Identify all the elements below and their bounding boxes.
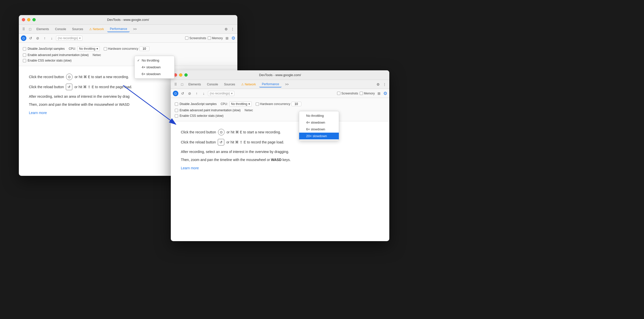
upload-btn-front[interactable]: ↑ [194,91,199,96]
reload-text-back: Click the reload button [29,84,64,90]
dropdown-arrow-back: ▾ [79,36,81,40]
desc2-front: Then, zoom and pan the timeline with the… [181,157,379,163]
more-icon-back[interactable]: ⋮ [230,26,235,32]
memory-icon-front[interactable]: ⊞ [376,91,382,96]
download-btn-back[interactable]: ↓ [49,35,55,41]
tab-performance-front[interactable]: Performance [259,81,282,87]
gear-icon-back[interactable]: ⚙ [231,35,235,41]
memory-label-back: Memory [212,36,223,40]
cpu-dropdown-back[interactable]: No throttling ▾ [77,46,100,51]
learn-more-front[interactable]: Learn more [181,166,199,170]
hw-input-front[interactable] [291,102,301,106]
clear-btn-back[interactable]: ⊘ [35,35,40,41]
record-shortcut-front: or hit ⌘ E to start a new recording. [227,129,281,135]
maximize-button-back[interactable] [32,18,36,21]
throttle-none-front[interactable]: No throttling [299,112,339,119]
cpu-dropdown-arrow-front: ▾ [248,102,250,106]
dropdown-arrow-front: ▾ [231,92,233,95]
settings-row2-front: Enable advanced paint instrumentation (s… [175,108,385,113]
hw-input-back[interactable] [139,46,149,51]
clear-btn-front[interactable]: ⊘ [187,91,192,96]
tab-icon-selector-front[interactable]: ⠿ [173,82,178,87]
toolbar-back: ⊙ ↺ ⊘ ↑ ↓ (no recordings) ▾ Screenshots … [19,34,237,43]
settings-row1-front: Disable JavaScript samples CPU: No throt… [175,100,385,108]
screenshots-toggle-back: Screenshots [185,36,206,40]
tab-icon-device-front[interactable]: □ [179,82,185,87]
screenshots-checkbox-front[interactable] [337,92,340,95]
tab-console-front[interactable]: Console [204,82,221,87]
toolbar-front: ⊙ ↺ ⊘ ↑ ↓ (no recordings) ▾ Screenshots … [171,89,389,98]
tab-console-back[interactable]: Console [52,26,69,32]
disable-js-cb-front[interactable] [175,102,178,106]
memory-checkbox-back[interactable] [208,36,211,40]
settings-panel-back: Disable JavaScript samples CPU: No throt… [19,43,237,66]
minimize-button-back[interactable] [27,18,30,21]
traffic-lights-back [22,18,36,21]
tab-elements-front[interactable]: Elements [186,82,203,87]
gear-icon-front[interactable]: ⚙ [383,91,387,96]
recordings-select-back[interactable]: (no recordings) ▾ [56,36,82,41]
maximize-button-front[interactable] [184,73,188,77]
throttle-20x-front[interactable]: 20× slowdown [299,133,339,139]
tab-icon-device[interactable]: □ [27,26,33,32]
record-text-back: Click the record button [29,74,64,80]
tab-network-front[interactable]: Network [239,82,258,87]
enable-paint-label-back: Enable advanced paint instrumentation (s… [23,53,89,57]
throttle-6x-front[interactable]: 6× slowdown [299,126,339,133]
tab-performance-back[interactable]: Performance [107,26,130,32]
tab-more-back[interactable]: >> [131,26,139,32]
hw-cb-back[interactable] [104,47,107,50]
record-btn-back[interactable]: ⊙ [21,35,26,41]
tab-elements-back[interactable]: Elements [34,26,51,32]
cpu-control-front: CPU: No throttling ▾ [221,101,251,107]
tab-icon-selector[interactable]: ⠿ [21,26,26,32]
enable-paint-label-front: Enable advanced paint instrumentation (s… [175,109,241,112]
recordings-select-front[interactable]: (no recordings) ▾ [208,91,234,96]
title-bar-front: DevTools - www.google.com/ [171,70,389,80]
enable-paint-cb-front[interactable] [175,109,178,112]
traffic-lights-front [174,73,188,77]
reload-shortcut-back: or hit ⌘ ⇧ E to record the page load. [74,84,132,90]
disable-js-label-back: Disable JavaScript samples [23,47,65,50]
memory-checkbox-front[interactable] [360,92,363,95]
cpu-dropdown-front[interactable]: No throttling ▾ [229,101,252,107]
tab-network-back[interactable]: Network [87,26,106,32]
tab-sources-back[interactable]: Sources [70,26,86,32]
more-icon-front[interactable]: ⋮ [382,81,387,87]
tab-sources-front[interactable]: Sources [222,82,238,87]
memory-icon-back[interactable]: ⊞ [224,35,230,41]
throttle-6x-back[interactable]: 6× slowdown [135,71,174,77]
enable-paint-cb-back[interactable] [23,54,26,57]
enable-css-label-front: Enable CSS selector stats (slow) [175,114,224,118]
settings-row3-back: Enable CSS selector stats (slow) [23,58,233,63]
screenshots-checkbox-back[interactable] [185,36,188,40]
minimize-button-front[interactable] [179,73,182,77]
cpu-dropdown-arrow-back: ▾ [96,47,98,50]
throttle-none-back[interactable]: No throttling [135,57,174,64]
memory-toggle-front: Memory [360,92,375,95]
settings-panel-front: Disable JavaScript samples CPU: No throt… [171,98,389,121]
settings-icon-back[interactable]: ⚙ [224,26,229,32]
settings-row2-back: Enable advanced paint instrumentation (s… [23,52,233,58]
disable-js-cb-back[interactable] [23,47,26,50]
enable-css-cb-front[interactable] [175,114,178,118]
recordings-placeholder-back: (no recordings) [58,36,78,40]
reload-btn-front[interactable]: ↺ [180,91,185,96]
throttle-4x-back[interactable]: 4× slowdown [135,64,174,71]
tab-bar-front: ⠿ □ Elements Console Sources Network Per… [171,80,389,89]
screenshots-label-back: Screenshots [189,36,206,40]
record-btn-front[interactable]: ⊙ [173,91,178,96]
reload-btn-back[interactable]: ↺ [28,35,33,41]
settings-icon-front[interactable]: ⚙ [375,81,381,87]
settings-row3-front: Enable CSS selector stats (slow) [175,113,385,119]
hw-toggle-back: Hardware concurrency [104,46,149,51]
window-title-front: DevTools - www.google.com/ [259,73,301,77]
enable-css-cb-back[interactable] [23,59,26,62]
download-btn-front[interactable]: ↓ [201,91,206,96]
upload-btn-back[interactable]: ↑ [42,35,47,41]
learn-more-back[interactable]: Learn more [29,111,47,115]
hw-cb-front[interactable] [256,102,259,106]
tab-more-front[interactable]: >> [283,82,291,87]
throttle-4x-front[interactable]: 4× slowdown [299,119,339,126]
close-button-back[interactable] [22,18,25,21]
